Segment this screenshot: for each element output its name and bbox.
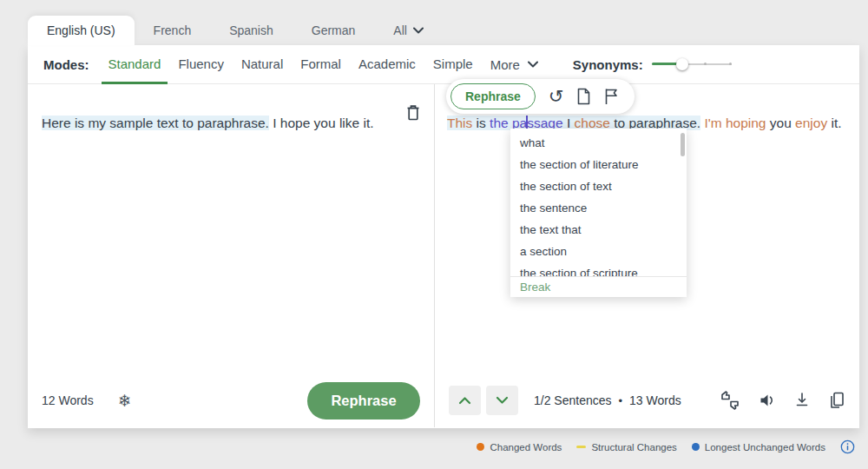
synonyms-label: Synonyms:: [573, 57, 643, 72]
dot-icon: [477, 443, 484, 451]
synonym-option-the-sentence[interactable]: the sentence: [510, 197, 687, 219]
highlight-legend: Changed WordsStructural ChangesLongest U…: [477, 439, 855, 454]
flag-icon[interactable]: [604, 88, 619, 105]
previous-sentence-button[interactable]: [449, 386, 481, 415]
dropdown-scrollbar[interactable]: [681, 133, 685, 156]
rephrase-again-button[interactable]: Rephrase: [450, 83, 536, 109]
output-actions: [720, 390, 845, 411]
input-panel: Here is my sample text to paraphrase. I …: [28, 84, 435, 427]
stats-separator: •: [619, 394, 623, 407]
feedback-thumbs-icon[interactable]: [720, 390, 740, 411]
output-word[interactable]: is: [472, 116, 490, 130]
speaker-icon[interactable]: [759, 393, 776, 408]
synonym-dropdown: whatthe section of literaturethe section…: [510, 129, 687, 297]
output-stats: 1/2 Sentences • 13 Words: [534, 393, 681, 407]
tab-label: French: [154, 23, 192, 37]
sentence-count: 1/2 Sentences: [534, 393, 612, 407]
dropdown-break-option[interactable]: Break: [510, 276, 687, 297]
mode-academic[interactable]: Academic: [350, 45, 424, 83]
input-word-count: 12 Words: [42, 393, 94, 407]
output-sentence: I'm hoping you enjoy it.: [700, 116, 841, 130]
mode-formal[interactable]: Formal: [292, 45, 350, 83]
tab-label: German: [312, 23, 356, 37]
tab-spanish[interactable]: Spanish: [210, 16, 293, 45]
legend-changed-words: Changed Words: [477, 442, 562, 452]
dash-icon: [576, 446, 586, 448]
copy-icon[interactable]: [828, 391, 845, 410]
modes-more-button[interactable]: More: [482, 57, 547, 72]
chevron-down-icon: [528, 61, 538, 68]
changed-word[interactable]: I'm hoping: [700, 116, 766, 130]
output-word[interactable]: you: [766, 116, 796, 130]
input-bottom-bar: 12 Words ❄ Rephrase: [28, 373, 434, 427]
slider-tick: [729, 63, 732, 65]
next-sentence-button[interactable]: [486, 386, 518, 415]
chevron-down-icon: [413, 27, 424, 34]
synonym-option-the-section-of-literature[interactable]: the section of literature: [510, 154, 687, 175]
modes-row: Modes: StandardFluencyNaturalFormalAcade…: [28, 45, 859, 84]
tab-label: Spanish: [229, 23, 273, 37]
info-icon[interactable]: [840, 439, 855, 454]
language-tabbar: English (US)FrenchSpanishGermanAll: [28, 16, 443, 45]
mode-natural[interactable]: Natural: [233, 45, 292, 83]
modes-list: StandardFluencyNaturalFormalAcademicSimp…: [100, 45, 482, 83]
freeze-words-icon[interactable]: ❄: [118, 391, 132, 410]
legend-structural-changes: Structural Changes: [576, 442, 676, 452]
dot-icon: [692, 443, 700, 451]
new-document-icon[interactable]: [576, 88, 591, 105]
changed-word[interactable]: This: [447, 116, 472, 130]
slider-handle[interactable]: [676, 58, 688, 70]
tab-all[interactable]: All: [374, 16, 443, 45]
synonym-option-a-section[interactable]: a section: [510, 241, 687, 262]
output-word[interactable]: it.: [827, 116, 841, 130]
legend-longest-unchanged-words: Longest Unchanged Words: [692, 442, 825, 452]
modes-more-label: More: [490, 57, 520, 72]
trash-icon[interactable]: [403, 102, 424, 124]
output-bottom-bar: 1/2 Sentences • 13 Words: [435, 373, 859, 427]
rephrase-button[interactable]: Rephrase: [307, 382, 420, 419]
input-sentence-highlighted: Here is my sample text to paraphrase.: [42, 116, 269, 130]
undo-icon[interactable]: ↺: [549, 88, 564, 105]
paraphraser-card: Modes: StandardFluencyNaturalFormalAcade…: [28, 45, 859, 428]
synonym-option-the-text-that[interactable]: the text that: [510, 219, 687, 241]
legend-label: Changed Words: [490, 442, 562, 452]
tab-label: All: [393, 23, 407, 37]
modes-label: Modes:: [43, 57, 89, 72]
mode-simple[interactable]: Simple: [424, 45, 482, 83]
input-text[interactable]: Here is my sample text to paraphrase. I …: [28, 84, 434, 133]
download-icon[interactable]: [794, 392, 810, 409]
synonyms-slider[interactable]: [652, 58, 732, 70]
output-word-count: 13 Words: [629, 393, 681, 407]
legend-label: Structural Changes: [591, 442, 676, 452]
tab-german[interactable]: German: [293, 16, 375, 45]
tab-label: English (US): [47, 23, 115, 37]
rephrase-toolbar: Rephrase ↺: [446, 79, 635, 114]
synonym-option-the-section-of-text[interactable]: the section of text: [510, 175, 687, 197]
mode-standard[interactable]: Standard: [100, 45, 170, 83]
changed-word[interactable]: enjoy: [795, 116, 827, 130]
synonym-option-what[interactable]: what: [510, 132, 687, 154]
tab-english-us[interactable]: English (US): [28, 16, 135, 45]
legend-label: Longest Unchanged Words: [705, 442, 825, 452]
synonym-options-list: whatthe section of literaturethe section…: [510, 129, 687, 276]
mode-fluency[interactable]: Fluency: [169, 45, 233, 83]
synonym-option-the-section-of-scripture[interactable]: the section of scripture: [510, 262, 687, 276]
tab-french[interactable]: French: [135, 16, 211, 45]
output-panel: Rephrase ↺ This is the passage I chose t…: [435, 84, 859, 427]
legend-items: Changed WordsStructural ChangesLongest U…: [477, 442, 825, 452]
input-sentence-rest: I hope you like it.: [269, 116, 374, 130]
